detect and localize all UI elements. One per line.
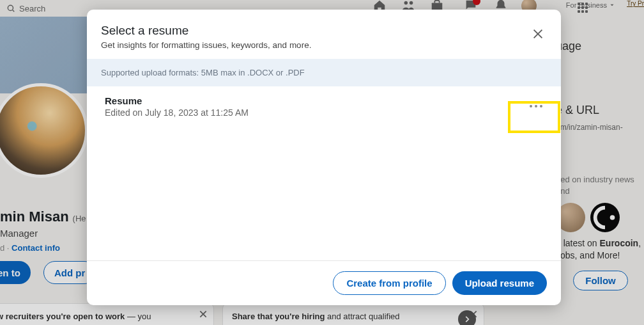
modal-close-button[interactable] [529,25,547,43]
modal-subtitle: Get insights for formatting issues, keyw… [101,40,546,50]
create-from-profile-button[interactable]: Create from profile [333,271,445,295]
ellipsis-icon [530,105,532,107]
resume-list-item[interactable]: Resume Edited on July 18, 2023 at 11:25 … [105,95,249,118]
resume-title: Resume [105,95,249,106]
modal-title: Select a resume [101,24,546,38]
resume-more-menu-button[interactable] [525,95,547,117]
upload-resume-button[interactable]: Upload resume [452,271,547,295]
resume-edited-meta: Edited on July 18, 2023 at 11:25 AM [105,107,249,118]
upload-format-hint: Supported upload formats: 5MB max in .DO… [87,59,561,86]
select-resume-modal: Select a resume Get insights for formatt… [87,10,561,305]
close-icon [531,27,545,41]
